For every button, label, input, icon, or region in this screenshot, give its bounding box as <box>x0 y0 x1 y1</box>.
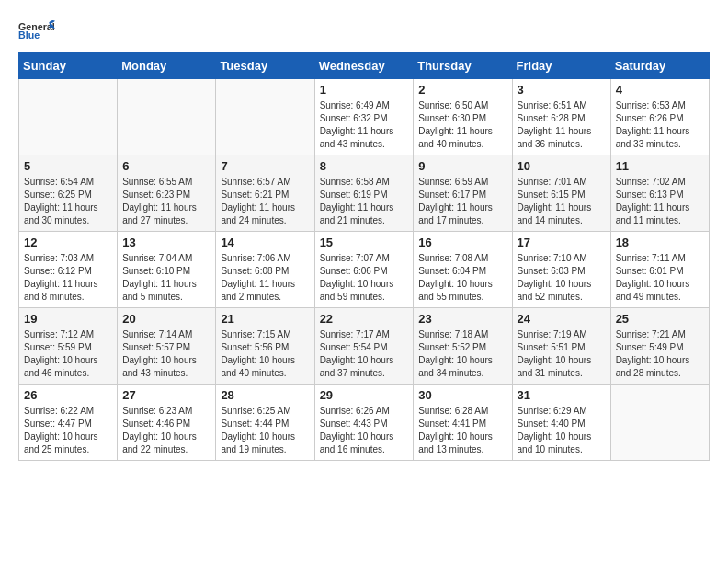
logo-icon: General Blue <box>18 18 55 41</box>
calendar-day-19: 19Sunrise: 7:12 AM Sunset: 5:59 PM Dayli… <box>19 308 118 385</box>
calendar-day-4: 4Sunrise: 6:53 AM Sunset: 6:26 PM Daylig… <box>610 79 709 155</box>
day-number-21: 21 <box>221 312 309 326</box>
day-number-1: 1 <box>320 83 409 97</box>
day-number-28: 28 <box>221 388 309 402</box>
day-number-23: 23 <box>418 312 506 326</box>
day-number-19: 19 <box>24 312 112 326</box>
day-number-6: 6 <box>122 159 210 173</box>
calendar-empty-cell <box>610 385 709 461</box>
day-number-14: 14 <box>221 236 309 249</box>
calendar-day-7: 7Sunrise: 6:57 AM Sunset: 6:21 PM Daylig… <box>216 155 314 232</box>
day-number-24: 24 <box>518 312 606 326</box>
svg-text:Blue: Blue <box>18 29 40 40</box>
weekday-header-saturday: Saturday <box>610 53 709 79</box>
weekday-header-row: SundayMondayTuesdayWednesdayThursdayFrid… <box>19 53 710 79</box>
day-info-8: Sunrise: 6:58 AM Sunset: 6:19 PM Dayligh… <box>320 176 409 227</box>
day-number-31: 31 <box>518 388 606 402</box>
calendar-day-30: 30Sunrise: 6:28 AM Sunset: 4:41 PM Dayli… <box>414 385 512 461</box>
calendar-day-5: 5Sunrise: 6:54 AM Sunset: 6:25 PM Daylig… <box>19 155 118 232</box>
day-info-7: Sunrise: 6:57 AM Sunset: 6:21 PM Dayligh… <box>221 176 309 227</box>
day-info-13: Sunrise: 7:04 AM Sunset: 6:10 PM Dayligh… <box>122 252 210 304</box>
day-info-10: Sunrise: 7:01 AM Sunset: 6:15 PM Dayligh… <box>518 176 606 227</box>
calendar-day-17: 17Sunrise: 7:10 AM Sunset: 6:03 PM Dayli… <box>512 232 610 308</box>
day-info-4: Sunrise: 6:53 AM Sunset: 6:26 PM Dayligh… <box>616 99 704 151</box>
day-number-3: 3 <box>518 83 606 97</box>
calendar-week-row-1: 1Sunrise: 6:49 AM Sunset: 6:32 PM Daylig… <box>19 79 710 155</box>
weekday-header-monday: Monday <box>118 53 216 79</box>
calendar-day-25: 25Sunrise: 7:21 AM Sunset: 5:49 PM Dayli… <box>610 308 709 385</box>
day-number-13: 13 <box>122 236 210 249</box>
calendar-empty-cell <box>118 79 216 155</box>
day-info-2: Sunrise: 6:50 AM Sunset: 6:30 PM Dayligh… <box>418 99 506 151</box>
calendar-day-9: 9Sunrise: 6:59 AM Sunset: 6:17 PM Daylig… <box>414 155 512 232</box>
calendar-day-15: 15Sunrise: 7:07 AM Sunset: 6:06 PM Dayli… <box>314 232 414 308</box>
day-number-29: 29 <box>320 388 409 402</box>
day-number-26: 26 <box>24 388 112 402</box>
day-info-28: Sunrise: 6:25 AM Sunset: 4:44 PM Dayligh… <box>221 405 309 456</box>
weekday-header-friday: Friday <box>512 53 610 79</box>
calendar-day-13: 13Sunrise: 7:04 AM Sunset: 6:10 PM Dayli… <box>118 232 216 308</box>
weekday-header-thursday: Thursday <box>414 53 512 79</box>
calendar-day-26: 26Sunrise: 6:22 AM Sunset: 4:47 PM Dayli… <box>19 385 118 461</box>
calendar-day-14: 14Sunrise: 7:06 AM Sunset: 6:08 PM Dayli… <box>216 232 314 308</box>
day-number-8: 8 <box>320 159 409 173</box>
day-info-21: Sunrise: 7:15 AM Sunset: 5:56 PM Dayligh… <box>221 328 309 380</box>
day-number-27: 27 <box>122 388 210 402</box>
day-info-16: Sunrise: 7:08 AM Sunset: 6:04 PM Dayligh… <box>418 252 506 304</box>
day-info-6: Sunrise: 6:55 AM Sunset: 6:23 PM Dayligh… <box>122 176 210 227</box>
day-number-11: 11 <box>616 159 704 173</box>
day-number-10: 10 <box>518 159 606 173</box>
page-header: General Blue <box>18 18 710 43</box>
logo: General Blue <box>18 18 55 43</box>
calendar-day-2: 2Sunrise: 6:50 AM Sunset: 6:30 PM Daylig… <box>414 79 512 155</box>
calendar-week-row-2: 5Sunrise: 6:54 AM Sunset: 6:25 PM Daylig… <box>19 155 710 232</box>
day-info-15: Sunrise: 7:07 AM Sunset: 6:06 PM Dayligh… <box>320 252 409 304</box>
calendar-day-20: 20Sunrise: 7:14 AM Sunset: 5:57 PM Dayli… <box>118 308 216 385</box>
day-info-23: Sunrise: 7:18 AM Sunset: 5:52 PM Dayligh… <box>418 328 506 380</box>
day-info-11: Sunrise: 7:02 AM Sunset: 6:13 PM Dayligh… <box>616 176 704 227</box>
calendar-day-16: 16Sunrise: 7:08 AM Sunset: 6:04 PM Dayli… <box>414 232 512 308</box>
day-info-12: Sunrise: 7:03 AM Sunset: 6:12 PM Dayligh… <box>24 252 112 304</box>
calendar-day-28: 28Sunrise: 6:25 AM Sunset: 4:44 PM Dayli… <box>216 385 314 461</box>
calendar-day-6: 6Sunrise: 6:55 AM Sunset: 6:23 PM Daylig… <box>118 155 216 232</box>
calendar-week-row-3: 12Sunrise: 7:03 AM Sunset: 6:12 PM Dayli… <box>19 232 710 308</box>
day-info-5: Sunrise: 6:54 AM Sunset: 6:25 PM Dayligh… <box>24 176 112 227</box>
calendar-day-8: 8Sunrise: 6:58 AM Sunset: 6:19 PM Daylig… <box>314 155 414 232</box>
day-number-18: 18 <box>616 236 704 249</box>
day-number-20: 20 <box>122 312 210 326</box>
day-info-9: Sunrise: 6:59 AM Sunset: 6:17 PM Dayligh… <box>418 176 506 227</box>
day-info-22: Sunrise: 7:17 AM Sunset: 5:54 PM Dayligh… <box>320 328 409 380</box>
calendar-week-row-5: 26Sunrise: 6:22 AM Sunset: 4:47 PM Dayli… <box>19 385 710 461</box>
day-info-26: Sunrise: 6:22 AM Sunset: 4:47 PM Dayligh… <box>24 405 112 456</box>
calendar-day-11: 11Sunrise: 7:02 AM Sunset: 6:13 PM Dayli… <box>610 155 709 232</box>
day-info-31: Sunrise: 6:29 AM Sunset: 4:40 PM Dayligh… <box>518 405 606 456</box>
day-info-27: Sunrise: 6:23 AM Sunset: 4:46 PM Dayligh… <box>122 405 210 456</box>
day-number-5: 5 <box>24 159 112 173</box>
calendar-table: SundayMondayTuesdayWednesdayThursdayFrid… <box>18 52 710 461</box>
calendar-empty-cell <box>19 79 118 155</box>
day-info-19: Sunrise: 7:12 AM Sunset: 5:59 PM Dayligh… <box>24 328 112 380</box>
day-info-20: Sunrise: 7:14 AM Sunset: 5:57 PM Dayligh… <box>122 328 210 380</box>
weekday-header-tuesday: Tuesday <box>216 53 314 79</box>
weekday-header-sunday: Sunday <box>19 53 118 79</box>
calendar-day-24: 24Sunrise: 7:19 AM Sunset: 5:51 PM Dayli… <box>512 308 610 385</box>
calendar-day-18: 18Sunrise: 7:11 AM Sunset: 6:01 PM Dayli… <box>610 232 709 308</box>
day-info-29: Sunrise: 6:26 AM Sunset: 4:43 PM Dayligh… <box>320 405 409 456</box>
calendar-day-3: 3Sunrise: 6:51 AM Sunset: 6:28 PM Daylig… <box>512 79 610 155</box>
day-info-14: Sunrise: 7:06 AM Sunset: 6:08 PM Dayligh… <box>221 252 309 304</box>
day-info-1: Sunrise: 6:49 AM Sunset: 6:32 PM Dayligh… <box>320 99 409 151</box>
day-number-15: 15 <box>320 236 409 249</box>
calendar-day-31: 31Sunrise: 6:29 AM Sunset: 4:40 PM Dayli… <box>512 385 610 461</box>
calendar-empty-cell <box>216 79 314 155</box>
day-number-22: 22 <box>320 312 409 326</box>
day-number-16: 16 <box>418 236 506 249</box>
calendar-day-12: 12Sunrise: 7:03 AM Sunset: 6:12 PM Dayli… <box>19 232 118 308</box>
day-number-7: 7 <box>221 159 309 173</box>
calendar-day-23: 23Sunrise: 7:18 AM Sunset: 5:52 PM Dayli… <box>414 308 512 385</box>
day-number-12: 12 <box>24 236 112 249</box>
day-number-9: 9 <box>418 159 506 173</box>
weekday-header-wednesday: Wednesday <box>314 53 414 79</box>
day-info-30: Sunrise: 6:28 AM Sunset: 4:41 PM Dayligh… <box>418 405 506 456</box>
calendar-day-1: 1Sunrise: 6:49 AM Sunset: 6:32 PM Daylig… <box>314 79 414 155</box>
day-info-3: Sunrise: 6:51 AM Sunset: 6:28 PM Dayligh… <box>518 99 606 151</box>
